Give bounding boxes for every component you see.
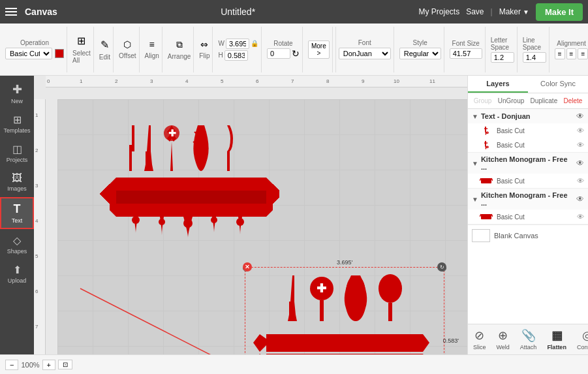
layer-eye-icon[interactable]: 👁: [577, 127, 584, 134]
layers-list: ▼ Text - Donjuan 👁 ȶ Basic Cut 👁 ȶ Basic…: [468, 109, 588, 324]
attach-tool[interactable]: 📎 Attach: [515, 327, 542, 352]
sidebar-item-shapes[interactable]: ◇ Shapes: [0, 230, 34, 258]
svg-rect-19: [481, 178, 491, 183]
images-label: Images: [7, 185, 27, 192]
edit-label: Edit: [99, 54, 110, 61]
eye-icon[interactable]: 👁: [576, 159, 584, 168]
upload-label: Upload: [8, 277, 27, 284]
layer-item[interactable]: ȶ Basic Cut 👁: [468, 138, 588, 152]
ruler-horizontal: 0 1 2 3 4 5 6 7 8 9 10 11: [46, 76, 467, 87]
svg-text:✚: ✚: [168, 128, 176, 138]
linespacing-label: Line Space: [523, 37, 546, 51]
contour-tool[interactable]: ◎ Contour: [572, 327, 588, 352]
sidebar-item-projects[interactable]: ◫ Projects: [0, 139, 34, 167]
font-select[interactable]: DonJuan: [339, 48, 391, 59]
layer-group-title: Text - Donjuan: [481, 112, 574, 120]
maker-dropdown[interactable]: Maker ▼: [499, 7, 529, 16]
kitchen-design-top[interactable]: ✚: [97, 119, 279, 262]
layer-item[interactable]: Basic Cut 👁: [468, 210, 588, 224]
make-it-button[interactable]: Make It: [536, 3, 583, 21]
eye-icon[interactable]: 👁: [576, 112, 584, 121]
flip-icon[interactable]: ⇔: [200, 39, 208, 50]
color-swatch[interactable]: [55, 49, 64, 58]
rotate-input[interactable]: 0: [267, 48, 290, 59]
layer-item[interactable]: ȶ Basic Cut 👁: [468, 123, 588, 138]
layer-group-kitchen2: ▼ Kitchen Monogram - Free ... 👁 Basic Cu…: [468, 189, 588, 225]
layer-item[interactable]: Basic Cut 👁: [468, 174, 588, 188]
align-right-button[interactable]: ≡: [578, 48, 588, 59]
select-all-icon[interactable]: ⊞: [77, 35, 85, 47]
canvas-area[interactable]: 0 1 2 3 4 5 6 7 8 9 10 11 1 2 3 4 5 6 7 …: [34, 76, 467, 354]
sidebar-item-text[interactable]: T Text: [0, 197, 34, 229]
weld-tool[interactable]: ⊕ Weld: [491, 327, 515, 352]
duplicate-button[interactable]: Duplicate: [528, 96, 561, 106]
design-canvas[interactable]: ✚: [57, 99, 467, 354]
align-icon[interactable]: ≡: [149, 39, 155, 50]
fontsize-input[interactable]: 41.57: [450, 48, 482, 59]
tab-layers[interactable]: Layers: [468, 76, 528, 93]
flip-label: Flip: [199, 52, 209, 59]
slice-tool[interactable]: ⊘ Slice: [468, 327, 491, 352]
layer-group-header-text[interactable]: ▼ Text - Donjuan 👁: [468, 109, 588, 123]
svg-line-23: [480, 214, 481, 217]
style-select[interactable]: Regular: [399, 48, 441, 59]
size-w-input[interactable]: 3.695: [226, 39, 249, 49]
contour-icon: ◎: [582, 328, 588, 343]
bottom-toolbar: ⊘ Slice ⊕ Weld 📎 Attach ▦ Flatten ◎ Cont…: [468, 324, 588, 354]
toolbar: Operation Basic Cut ⊞ Select All ✎ Edit …: [0, 23, 588, 76]
ungroup-button[interactable]: UnGroup: [495, 96, 527, 106]
canvas-grid[interactable]: ✚: [57, 99, 467, 354]
weld-label: Weld: [497, 344, 510, 351]
layer-eye-icon[interactable]: 👁: [577, 213, 584, 221]
svg-line-20: [480, 178, 481, 181]
more-button[interactable]: More >: [308, 40, 330, 59]
edit-icon[interactable]: ✎: [101, 39, 109, 51]
expand-icon: ▼: [472, 196, 478, 203]
divider: |: [491, 7, 493, 16]
zoom-value: 100%: [21, 361, 39, 369]
group-button[interactable]: Group: [471, 96, 495, 106]
operation-select[interactable]: Basic Cut: [5, 48, 52, 59]
kitchen-design-bottom[interactable]: 🔒 ↻ ✕ ⤡: [250, 272, 439, 354]
lock-icon[interactable]: 🔒: [251, 40, 258, 47]
linespacing-input[interactable]: 1.4: [523, 52, 546, 63]
eye-icon[interactable]: 👁: [576, 195, 584, 204]
layer-thumb: [480, 176, 493, 186]
shapes-icon: ◇: [13, 234, 21, 247]
save-button[interactable]: Save: [466, 7, 484, 16]
zoom-in-button[interactable]: +: [42, 360, 55, 370]
flatten-tool[interactable]: ▦ Flatten: [542, 327, 572, 352]
align-label: Align: [145, 52, 159, 59]
letterspacing-group: Letter Space 1.2: [488, 27, 518, 72]
zoom-out-button[interactable]: −: [5, 360, 18, 370]
align-left-button[interactable]: ≡: [555, 48, 565, 59]
size-h-input[interactable]: 0.583: [224, 50, 248, 61]
sidebar-item-upload[interactable]: ⬆ Upload: [0, 260, 34, 288]
zoom-fit-button[interactable]: ⊡: [58, 360, 72, 369]
blank-canvas-box: [472, 229, 490, 242]
svg-point-11: [346, 275, 365, 308]
hamburger-menu[interactable]: [5, 8, 17, 16]
my-projects-button[interactable]: My Projects: [419, 7, 460, 16]
letterspacing-input[interactable]: 1.2: [491, 52, 514, 63]
sidebar-item-images[interactable]: 🖼 Images: [0, 168, 34, 196]
layer-group-header-kitchen2[interactable]: ▼ Kitchen Monogram - Free ... 👁: [468, 189, 588, 210]
panel-tabs: Layers Color Sync: [468, 76, 588, 93]
attach-icon: 📎: [521, 328, 536, 343]
layer-item-name: Basic Cut: [497, 213, 573, 221]
arrange-icon[interactable]: ⧉: [176, 39, 183, 50]
delete-button[interactable]: Delete: [561, 96, 585, 106]
align-group: ≡ Align: [142, 27, 162, 72]
tab-colorsync[interactable]: Color Sync: [528, 76, 588, 93]
svg-text:✚: ✚: [317, 282, 326, 295]
edit-group: ✎ Edit: [97, 27, 114, 72]
sidebar-item-new[interactable]: ✚ New: [0, 78, 34, 108]
align-center-button[interactable]: ≡: [566, 48, 577, 59]
sidebar-item-templates[interactable]: ⊞ Templates: [0, 110, 34, 138]
layer-group-header-kitchen1[interactable]: ▼ Kitchen Monogram - Free ... 👁: [468, 153, 588, 174]
layer-eye-icon[interactable]: 👁: [577, 177, 584, 185]
alignment-group: Alignment ≡ ≡ ≡: [552, 27, 588, 72]
status-bar: − 100% + ⊡: [0, 354, 588, 374]
layer-eye-icon[interactable]: 👁: [577, 141, 584, 149]
offset-icon[interactable]: ⬡: [123, 39, 131, 50]
